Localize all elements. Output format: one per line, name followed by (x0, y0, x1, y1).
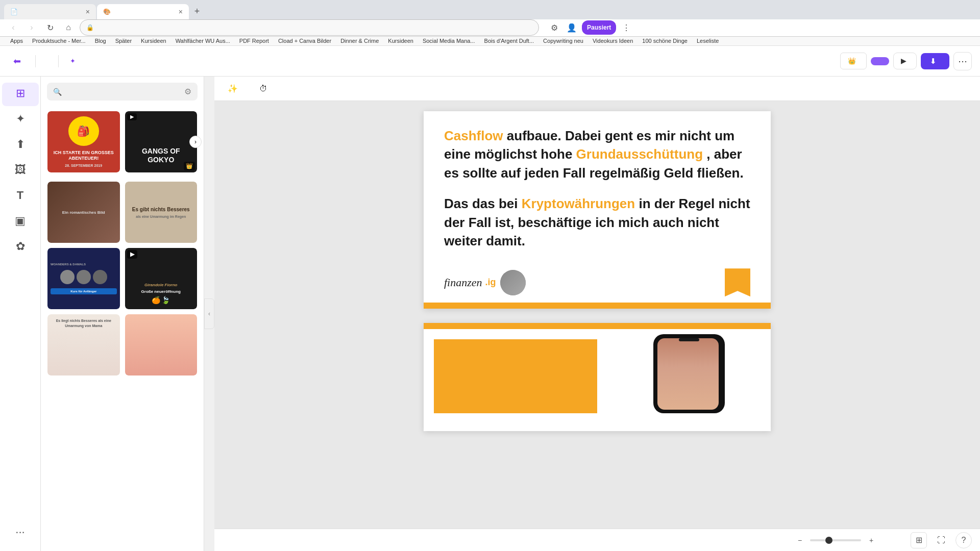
phone-screen (657, 338, 719, 410)
tab1-close[interactable]: × (86, 8, 90, 16)
sidebar-item-text[interactable]: T (2, 185, 39, 208)
home-button-canva[interactable]: ⬅ (8, 53, 29, 70)
profile-btn[interactable]: 👤 (565, 20, 579, 35)
sidebar-item-uploads[interactable]: ⬆ (2, 134, 39, 157)
search-input[interactable] (66, 88, 180, 95)
bookmark-item-2[interactable]: Blog (91, 37, 110, 45)
bookmark-item-0[interactable]: Apps (6, 37, 27, 45)
sidebar-item-hintergrund[interactable]: ▣ (2, 210, 39, 234)
hintergrund-icon: ▣ (15, 214, 26, 228)
sidebar-item-pixabay[interactable]: ✿ (2, 236, 39, 259)
extensions-btn[interactable]: ⚙ (547, 20, 561, 35)
back-button[interactable]: ‹ (6, 20, 20, 35)
filter-icon[interactable]: ⚙ (184, 87, 191, 96)
tab-add-button[interactable]: + (190, 4, 204, 18)
bookmark-item-4[interactable]: Kursideen (137, 37, 170, 45)
grundausschuettung-highlight: Grundausschüttung (576, 146, 703, 162)
fotos-icon: 🖼 (15, 163, 26, 177)
play-button[interactable]: ▶ (893, 53, 917, 69)
forward-button[interactable]: › (24, 20, 39, 35)
template-alle-1[interactable]: Ein romantisches Bild (47, 181, 120, 243)
bookmark-item-3[interactable]: Später (111, 37, 136, 45)
search-box[interactable]: 🔍 ⚙ (47, 83, 198, 101)
bookmark-item-8[interactable]: Dinner & Crime (336, 37, 383, 45)
bookmark-item-12[interactable]: Copywriting neu (539, 37, 587, 45)
more-options-button[interactable]: ⋯ (953, 52, 972, 70)
phone-mockup (653, 334, 725, 413)
design-page-3[interactable] (424, 323, 771, 431)
pixabay-icon: ✿ (16, 240, 25, 253)
zoom-out-button[interactable]: − (794, 534, 806, 546)
file-menu[interactable] (42, 58, 52, 64)
sidebar-item-fotos[interactable]: 🖼 (2, 159, 39, 183)
canvas-area: ✨ ⏱ Cashflow (214, 77, 980, 551)
bookmark-item-7[interactable]: Cload + Canva Bilder (274, 37, 335, 45)
zoom-slider-thumb[interactable] (825, 537, 832, 544)
face-placeholder (657, 338, 719, 410)
template-alle-3[interactable]: WOANDERS & DAMALS Kurs für Anfänger (47, 247, 120, 310)
fullscreen-button[interactable]: ⛶ (933, 532, 949, 548)
reload-button[interactable]: ↻ (43, 20, 57, 35)
grid-view-button[interactable]: ⊞ (911, 532, 927, 548)
canvas-scroll[interactable]: Cashflow aufbaue. Dabei gent es mir nich… (214, 101, 980, 529)
template-alle-6[interactable] (125, 314, 198, 376)
logo-avatar (500, 270, 526, 295)
duration-button[interactable]: ⏱ (254, 81, 276, 96)
page2-wrapper: Cashflow aufbaue. Dabei gent es mir nich… (424, 111, 771, 309)
template-alle-2[interactable]: Es gibt nichts Besseres als eine Umarmun… (125, 181, 198, 243)
finanzen-italic-text: finanzen (444, 276, 482, 289)
tab2-close[interactable]: × (179, 8, 183, 16)
zoom-in-button[interactable]: + (865, 534, 877, 546)
zoom-slider[interactable] (810, 539, 861, 541)
phone-notch (679, 338, 699, 341)
topbar-divider-1 (35, 55, 36, 67)
canva-pro-button[interactable]: 👑 (840, 53, 867, 69)
template-card-1[interactable]: 🎒 ICH STARTE EIN GROSSES ABENTEUER! 28. … (47, 111, 120, 173)
browser-tab-2[interactable]: 🎨 × (97, 4, 189, 19)
bookmark-item-15[interactable]: Leseliste (693, 37, 723, 45)
template-thumb-1: 🎒 ICH STARTE EIN GROSSES ABENTEUER! 28. … (47, 111, 120, 172)
home-button[interactable]: ⌂ (61, 20, 76, 35)
template-card-2[interactable]: ▶ GANGS OFGOKYO 👑 (125, 111, 198, 173)
pause-btn[interactable]: Pausiert (582, 20, 616, 35)
bookmark-item-5[interactable]: Wahlfächer WU Aus... (172, 37, 234, 45)
bookmark-item-14[interactable]: 100 schöne Dinge (638, 37, 692, 45)
topbar-right: 👑 ▶ ⬇ ⋯ (840, 52, 972, 70)
browser-chrome: 📄 × 🎨 × + ‹ › ↻ ⌂ 🔒 ⚙ 👤 Pausiert ⋮ AppsP… (0, 0, 980, 46)
panel-collapse-button[interactable]: ‹ (204, 298, 214, 329)
sidebar-item-elemente[interactable]: ✦ (2, 108, 39, 132)
canvas-bottom-bar: − + ⊞ ⛶ ? (214, 529, 980, 551)
template-alle-5[interactable]: Es liegt nichts Besseres als eine Umarmu… (47, 314, 120, 376)
panel-nav-button[interactable]: › (189, 136, 202, 148)
bookmarks-bar: AppsProduktsuche - Mer...BlogSpäterKursi… (0, 37, 980, 46)
sidebar-more[interactable]: ··· (2, 521, 39, 545)
topbar-left: ⬅ ✦ (8, 53, 84, 70)
finanzen-logo: finanzen .ig (444, 270, 526, 295)
bookmark-item-6[interactable]: PDF Report (235, 37, 273, 45)
bookmark-item-10[interactable]: Social Media Mana... (419, 37, 479, 45)
template-alle-4[interactable]: ▶ Girandole Fiorno Große neueröffnung 🍊🍃 (125, 247, 198, 310)
bookmark-item-1[interactable]: Produktsuche - Mer... (28, 37, 90, 45)
tab2-favicon: 🎨 (103, 8, 110, 15)
download-button[interactable]: ⬇ (921, 53, 949, 69)
page3-left (424, 334, 607, 418)
resize-button[interactable]: ✦ (65, 54, 84, 68)
template-alle-thumb-6 (125, 314, 198, 375)
bookmark-item-11[interactable]: Bois d'Argent Duft... (480, 37, 538, 45)
address-bar[interactable]: 🔒 (80, 19, 539, 36)
browser-tab-1[interactable]: 📄 × (4, 4, 96, 19)
bookmark-item-9[interactable]: Kursideen (384, 37, 418, 45)
share-button[interactable] (871, 57, 889, 65)
browser-menu-btn[interactable]: ⋮ (619, 20, 633, 35)
sidebar-item-vorlagen[interactable]: ⊞ (2, 83, 39, 106)
browser-extensions: ⚙ 👤 Pausiert ⋮ (547, 20, 633, 35)
animation-button[interactable]: ✨ (223, 81, 246, 96)
canvas-pages: Cashflow aufbaue. Dabei gent es mir nich… (225, 111, 970, 518)
panel-search-area: 🔍 ⚙ (41, 77, 204, 107)
page3-right (607, 334, 771, 413)
tab1-favicon: 📄 (10, 8, 17, 15)
help-button[interactable]: ? (955, 532, 972, 548)
page3-content (424, 329, 771, 431)
design-page-2[interactable]: Cashflow aufbaue. Dabei gent es mir nich… (424, 111, 771, 309)
bookmark-item-13[interactable]: Videokurs Ideen (589, 37, 637, 45)
